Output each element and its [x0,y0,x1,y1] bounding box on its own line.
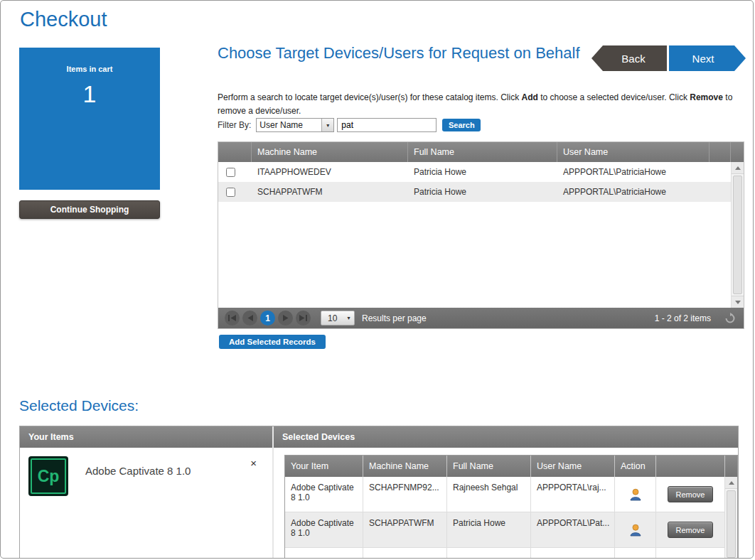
section-heading: Choose Target Devices/Users for Request … [218,43,594,64]
selected-devices-pane: Selected Devices Your Item Machine Name … [274,426,738,559]
filter-by-value: User Name [257,119,321,131]
empty-cell [285,548,363,559]
header-spacer [710,142,731,162]
header-machine-name[interactable]: Machine Name [363,456,447,477]
machine-name-cell: ITAAPPHOWEDEV [252,167,408,177]
remove-button[interactable]: Remove [668,522,713,538]
row-checkbox[interactable] [226,168,235,177]
table-row-partial [285,548,724,559]
scroll-up-icon[interactable] [725,477,737,489]
refresh-icon[interactable] [724,313,736,324]
results-rows: ITAAPPHOWEDEV Patricia Howe APPPORTAL\Pa… [218,162,731,202]
results-scrollbar[interactable] [731,162,744,308]
cart-count: 1 [19,80,160,108]
selected-devices-panel: Your Items Cp Adobe Captivate 8 1.0 × Se… [19,426,739,559]
header-full-name[interactable]: Full Name [408,142,557,162]
header-your-item[interactable]: Your Item [285,456,363,477]
user-name-cell: APPPORTAL\PatriciaHowe [557,187,731,197]
add-selected-records-button[interactable]: Add Selected Records [219,335,326,349]
results-grid: Machine Name Full Name User Name ITAAPPH… [218,141,744,329]
header-action[interactable]: Action [615,456,656,477]
next-page-button[interactable] [278,311,293,325]
empty-cell [656,548,724,559]
table-row: Adobe Captivate 8 1.0 SCHAPFNMP92... Raj… [285,477,724,512]
search-button[interactable]: Search [442,119,481,131]
filter-by-label: Filter By: [218,120,251,130]
page-size-value: 10 [321,313,343,323]
current-page-button[interactable]: 1 [260,311,275,325]
full-name-cell: Patricia Howe [408,167,557,177]
results-pager: 1 10 ▾ Results per page 1 - 2 of 2 items [218,308,744,328]
first-page-button[interactable] [225,311,240,325]
full-name-cell: Patricia Howe [447,512,531,547]
previous-page-button[interactable] [242,311,257,325]
close-icon[interactable]: × [250,458,257,468]
row-select-cell [218,168,252,177]
your-item-cell: Adobe Captivate 8 1.0 [285,512,363,547]
page-size-dropdown[interactable]: 10 ▾ [321,311,355,325]
chevron-down-icon: ▾ [321,119,333,131]
user-name-cell: APPPORTAL\raj... [531,477,615,512]
instructions-part1: Perform a search to locate target device… [218,92,522,102]
table-row: ITAAPPHOWEDEV Patricia Howe APPPORTAL\Pa… [218,162,731,182]
instructions-part2: to choose a selected device/user. Click [538,92,690,102]
remove-cell: Remove [656,477,724,512]
selected-devices-grid: Your Item Machine Name Full Name User Na… [284,455,738,559]
cart-item-row: Cp Adobe Captivate 8 1.0 × [20,448,272,505]
filter-row: Filter By: User Name ▾ Search [218,117,481,133]
user-icon [628,523,643,537]
selected-devices-header: Selected Devices [274,426,738,448]
instructions-remove-keyword: Remove [690,92,723,102]
selected-grid-scrollbar[interactable] [724,477,737,559]
row-select-cell [218,188,252,197]
page-title: Checkout [20,8,107,31]
user-icon [628,488,643,502]
previous-page-icon [247,315,253,321]
next-page-icon [283,315,289,321]
last-page-icon [299,315,307,321]
results-per-page-label: Results per page [362,313,427,323]
selected-grid-header: Your Item Machine Name Full Name User Na… [285,456,737,477]
your-items-header: Your Items [20,426,272,448]
filter-by-dropdown[interactable]: User Name ▾ [256,118,334,132]
checkout-page: Checkout Items in cart 1 Continue Shoppi… [0,0,754,559]
action-cell [615,512,656,547]
triangle-up-icon [729,481,734,485]
header-user-name[interactable]: User Name [531,456,615,477]
selected-rows: Adobe Captivate 8 1.0 SCHAPFNMP92... Raj… [285,477,724,559]
user-name-cell: APPPORTAL\PatriciaHowe [557,167,731,177]
header-machine-name[interactable]: Machine Name [252,142,408,162]
chevron-down-icon: ▾ [343,315,354,321]
next-button[interactable]: Next [669,45,746,71]
continue-shopping-button[interactable]: Continue Shopping [19,200,160,219]
scroll-down-icon[interactable] [732,296,744,308]
header-full-name[interactable]: Full Name [447,456,531,477]
header-remove-spacer [656,456,724,477]
header-scrollbar-spacer [724,456,737,477]
adobe-captivate-icon: Cp [28,456,68,496]
instructions-text: Perform a search to locate target device… [218,91,752,117]
row-checkbox[interactable] [226,188,235,197]
table-row: Adobe Captivate 8 1.0 SCHAPPATWFM Patric… [285,512,724,548]
machine-name-cell: SCHAPPATWFM [252,187,408,197]
item-name: Adobe Captivate 8 1.0 [85,465,191,477]
empty-cell [531,548,615,559]
results-grid-header: Machine Name Full Name User Name [218,142,744,162]
remove-button[interactable]: Remove [668,486,713,502]
empty-cell [615,548,656,559]
scrollbar-thumb[interactable] [733,176,742,294]
your-items-pane: Your Items Cp Adobe Captivate 8 1.0 × [20,426,274,559]
search-input[interactable] [337,118,437,132]
first-page-icon [228,315,236,321]
empty-cell [363,548,447,559]
scrollbar-thumb[interactable] [727,490,736,558]
selected-grid-body: Adobe Captivate 8 1.0 SCHAPFNMP92... Raj… [285,477,737,559]
last-page-button[interactable] [296,311,311,325]
scroll-up-icon[interactable] [732,162,744,174]
remove-cell: Remove [656,512,724,547]
header-user-name[interactable]: User Name [557,142,710,162]
full-name-cell: Rajneesh Sehgal [447,477,531,512]
machine-name-cell: SCHAPPATWFM [363,512,447,547]
back-button[interactable]: Back [591,45,667,71]
instructions-add-keyword: Add [522,92,538,102]
